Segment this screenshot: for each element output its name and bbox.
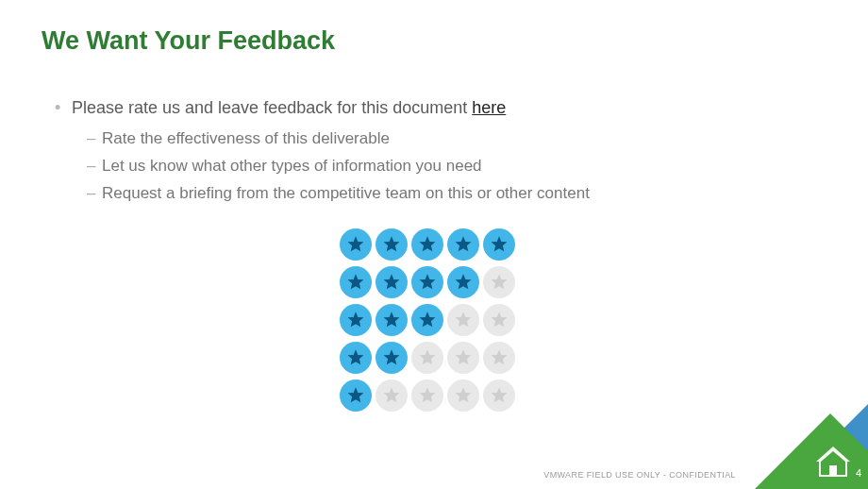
rating-star[interactable] xyxy=(483,266,515,298)
rating-star[interactable] xyxy=(340,379,372,412)
svg-marker-3 xyxy=(816,447,850,477)
star-icon xyxy=(417,272,438,293)
rating-row xyxy=(340,379,528,412)
sub-bullet: Let us know what other types of informat… xyxy=(87,153,826,180)
star-icon xyxy=(381,272,402,293)
star-icon xyxy=(417,310,438,330)
feedback-link[interactable]: here xyxy=(472,98,506,117)
rating-star[interactable] xyxy=(340,266,372,298)
rating-star[interactable] xyxy=(483,379,515,412)
star-icon xyxy=(345,234,366,255)
rating-widget xyxy=(340,228,528,412)
rating-star[interactable] xyxy=(376,304,408,336)
star-icon xyxy=(489,310,509,330)
star-icon xyxy=(453,385,474,406)
star-icon xyxy=(345,385,366,406)
rating-star[interactable] xyxy=(376,228,408,261)
star-icon xyxy=(489,234,509,255)
rating-star[interactable] xyxy=(483,228,515,261)
page-number: 4 xyxy=(856,467,861,479)
rating-star[interactable] xyxy=(447,304,479,336)
rating-star[interactable] xyxy=(411,266,443,298)
corner-decoration xyxy=(726,404,868,489)
star-icon xyxy=(489,347,509,368)
rating-row xyxy=(340,342,528,374)
sub-bullet: Request a briefing from the competitive … xyxy=(87,180,826,208)
star-icon xyxy=(345,272,366,293)
rating-star[interactable] xyxy=(411,379,443,412)
star-icon xyxy=(453,272,474,293)
rating-star[interactable] xyxy=(340,228,372,261)
star-icon xyxy=(381,234,402,255)
star-icon xyxy=(381,347,402,368)
star-icon xyxy=(345,347,366,368)
rating-star[interactable] xyxy=(376,266,408,298)
star-icon xyxy=(453,347,474,368)
rating-star[interactable] xyxy=(447,342,479,374)
star-icon xyxy=(489,385,509,406)
main-bullet: Please rate us and leave feedback for th… xyxy=(55,95,826,208)
confidential-footer: VMWARE FIELD USE ONLY - CONFIDENTIAL xyxy=(543,470,736,480)
star-icon xyxy=(417,347,438,368)
slide: We Want Your Feedback Please rate us and… xyxy=(0,0,868,489)
sub-bullet: Rate the effectiveness of this deliverab… xyxy=(87,126,826,153)
rating-star[interactable] xyxy=(340,304,372,336)
rating-star[interactable] xyxy=(411,342,443,374)
rating-star[interactable] xyxy=(376,342,408,374)
rating-row xyxy=(340,266,528,298)
svg-rect-5 xyxy=(829,465,837,475)
main-bullet-list: Please rate us and leave feedback for th… xyxy=(42,95,826,208)
rating-star[interactable] xyxy=(447,228,479,261)
svg-marker-2 xyxy=(755,413,868,489)
rating-star[interactable] xyxy=(483,304,515,336)
rating-star[interactable] xyxy=(411,304,443,336)
bullet-text: Please rate us and leave feedback for th… xyxy=(72,98,472,117)
rating-row xyxy=(340,304,528,336)
rating-row xyxy=(340,228,528,261)
star-icon xyxy=(417,234,438,255)
page-title: We Want Your Feedback xyxy=(42,26,826,56)
rating-star[interactable] xyxy=(411,228,443,261)
sub-bullet-list: Rate the effectiveness of this deliverab… xyxy=(72,126,826,208)
star-icon xyxy=(453,310,474,330)
rating-star[interactable] xyxy=(340,342,372,374)
star-icon xyxy=(381,310,402,330)
rating-star[interactable] xyxy=(447,266,479,298)
star-icon xyxy=(453,234,474,255)
star-icon xyxy=(381,385,402,406)
star-icon xyxy=(345,310,366,330)
rating-star[interactable] xyxy=(483,342,515,374)
rating-star[interactable] xyxy=(376,379,408,412)
svg-marker-4 xyxy=(821,451,845,475)
svg-marker-1 xyxy=(755,413,868,489)
star-icon xyxy=(489,272,509,293)
star-icon xyxy=(417,385,438,406)
rating-star[interactable] xyxy=(447,379,479,412)
